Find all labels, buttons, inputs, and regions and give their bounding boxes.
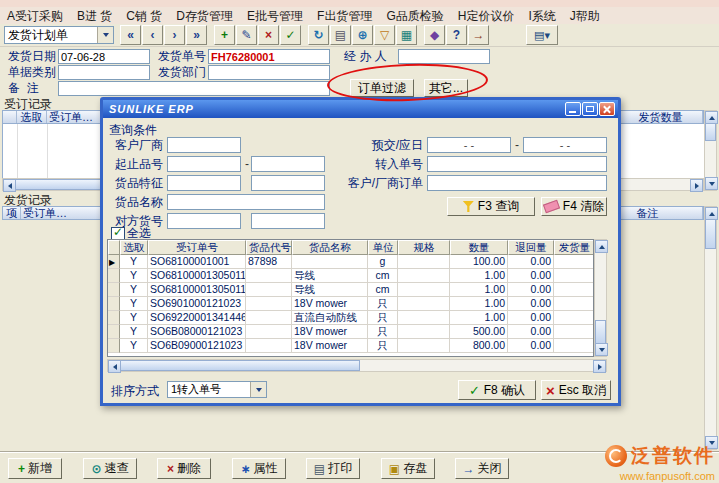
first-record-button[interactable]: « bbox=[120, 25, 141, 45]
chevron-down-icon[interactable] bbox=[97, 27, 113, 43]
properties-button[interactable]: ∗属性 bbox=[232, 458, 286, 479]
column-header[interactable]: 受订单号 bbox=[148, 240, 246, 255]
customer-order-input[interactable] bbox=[427, 175, 607, 191]
column-header-item[interactable]: 项 bbox=[3, 207, 21, 219]
their-item-no-input[interactable] bbox=[167, 213, 241, 229]
table-row[interactable]: YSO69220001341446直流自动防线只1.000.00 bbox=[108, 311, 593, 325]
table-row[interactable]: YSO6B0900012102318V mower只800.000.00 bbox=[108, 339, 593, 353]
menu-item[interactable]: J帮助 bbox=[563, 8, 607, 24]
column-header-ship-qty[interactable]: 发货数量 bbox=[619, 111, 703, 123]
scroll-right-icon[interactable] bbox=[593, 360, 606, 373]
column-header-order-no[interactable]: 受订单… bbox=[21, 207, 101, 219]
confirm-button[interactable]: F8 确认 bbox=[458, 380, 536, 400]
print-button[interactable]: ▤打印 bbox=[306, 458, 360, 479]
column-header[interactable]: 数量 bbox=[450, 240, 508, 255]
edit-record-button[interactable]: ✎ bbox=[236, 25, 257, 45]
order-filter-button[interactable]: 订单过滤 bbox=[350, 79, 414, 97]
next-record-button[interactable]: › bbox=[164, 25, 185, 45]
scroll-thumb[interactable] bbox=[120, 360, 360, 371]
ship-grid-vscrollbar[interactable] bbox=[704, 206, 717, 450]
table-row[interactable]: YSO6B0800012102318V mower只500.000.00 bbox=[108, 325, 593, 339]
exit-button[interactable]: → bbox=[468, 25, 489, 45]
column-header[interactable]: 货品代号 bbox=[246, 240, 292, 255]
minimize-icon[interactable] bbox=[565, 102, 581, 116]
menu-item[interactable]: E批号管理 bbox=[240, 8, 310, 24]
feature-input-2[interactable] bbox=[251, 175, 325, 191]
their-item-no-input-2[interactable] bbox=[251, 213, 325, 229]
menu-item[interactable]: G品质检验 bbox=[379, 8, 450, 24]
dialog-grid-vscrollbar[interactable] bbox=[594, 239, 607, 357]
search-button[interactable]: ⊕ bbox=[352, 25, 373, 45]
menu-item[interactable]: B进 货 bbox=[70, 8, 119, 24]
transfer-no-input[interactable] bbox=[427, 156, 607, 172]
delete-button[interactable]: ×删除 bbox=[157, 458, 211, 479]
column-header-select[interactable]: 选取 bbox=[17, 111, 47, 123]
prev-record-button[interactable]: ‹ bbox=[142, 25, 163, 45]
scroll-right-icon[interactable] bbox=[690, 179, 703, 192]
add-record-button[interactable]: + bbox=[214, 25, 235, 45]
scroll-down-icon[interactable] bbox=[705, 177, 718, 190]
feature-input[interactable] bbox=[167, 175, 241, 191]
table-row[interactable]: YSO6810000100187898g100.000.00 bbox=[108, 255, 593, 269]
column-header[interactable]: 退回量 bbox=[508, 240, 554, 255]
menu-item[interactable]: D存货管理 bbox=[169, 8, 240, 24]
ship-no-input[interactable] bbox=[208, 49, 330, 64]
cancel-button[interactable]: Esc 取消 bbox=[541, 380, 611, 400]
delete-record-button[interactable]: × bbox=[258, 25, 279, 45]
dialog-grid-hscrollbar[interactable] bbox=[107, 359, 607, 372]
sort-combo[interactable]: 1转入单号 bbox=[167, 381, 267, 398]
table-row[interactable]: YSO681000013050111导线cm1.000.00 bbox=[108, 269, 593, 283]
column-header[interactable]: 规格 bbox=[398, 240, 450, 255]
query-button[interactable]: F3 查询 bbox=[447, 197, 535, 216]
scroll-thumb[interactable] bbox=[705, 219, 716, 249]
last-record-button[interactable]: » bbox=[186, 25, 207, 45]
column-header[interactable]: 货品名称 bbox=[292, 240, 368, 255]
menu-item[interactable]: I系统 bbox=[521, 8, 562, 24]
table-row[interactable]: YSO681000013050111导线cm1.000.00 bbox=[108, 283, 593, 297]
ship-dept-input[interactable] bbox=[208, 65, 330, 80]
chevron-down-icon[interactable] bbox=[250, 382, 266, 397]
table-row[interactable]: YSO690100012102318V mower只1.000.00 bbox=[108, 297, 593, 311]
refresh-button[interactable]: ↻ bbox=[308, 25, 329, 45]
due-from-input[interactable] bbox=[427, 137, 511, 153]
ship-date-input[interactable] bbox=[58, 49, 150, 64]
remark-input[interactable] bbox=[58, 81, 330, 96]
menu-item[interactable]: F出货管理 bbox=[310, 8, 379, 24]
save-record-button[interactable]: ✓ bbox=[280, 25, 301, 45]
item-name-input[interactable] bbox=[167, 194, 325, 210]
column-header[interactable]: 选取 bbox=[120, 240, 148, 255]
menu-item[interactable]: A受订采购 bbox=[0, 8, 70, 24]
new-button[interactable]: +新增 bbox=[8, 458, 62, 479]
print-button[interactable]: ▤ bbox=[330, 25, 351, 45]
scroll-down-icon[interactable] bbox=[595, 343, 608, 356]
close-icon[interactable] bbox=[599, 102, 615, 116]
customer-input[interactable] bbox=[167, 137, 241, 153]
quick-search-button[interactable]: ⊙速查 bbox=[83, 458, 137, 479]
column-header[interactable]: 单位 bbox=[368, 240, 398, 255]
preview-button[interactable]: ◆ bbox=[424, 25, 445, 45]
scroll-up-icon[interactable] bbox=[595, 240, 608, 253]
filter-button[interactable]: ▽ bbox=[374, 25, 395, 45]
doc-category-input[interactable] bbox=[58, 65, 150, 80]
scroll-thumb[interactable] bbox=[595, 320, 606, 344]
dialog-titlebar[interactable]: SUNLIKE ERP bbox=[103, 100, 618, 118]
column-header[interactable]: 发货量 bbox=[554, 240, 594, 255]
dialog-grid[interactable]: 选取受订单号货品代号货品名称单位规格数量退回量发货量 YSO6810000100… bbox=[107, 239, 594, 357]
item-to-input[interactable] bbox=[251, 156, 325, 172]
close-button[interactable]: →关闭 bbox=[455, 458, 509, 479]
help-button[interactable]: ? bbox=[446, 25, 467, 45]
doc-type-combo[interactable]: 发货计划单 bbox=[4, 26, 114, 44]
item-from-input[interactable] bbox=[167, 156, 241, 172]
maximize-icon[interactable] bbox=[582, 102, 598, 116]
order-grid-vscrollbar[interactable] bbox=[704, 110, 717, 191]
menu-item[interactable]: H定价议价 bbox=[451, 8, 522, 24]
handler-input[interactable] bbox=[398, 49, 490, 64]
other-button[interactable]: 其它... bbox=[424, 79, 468, 97]
menu-item[interactable]: C销 货 bbox=[119, 8, 169, 24]
save-button[interactable]: ▣存盘 bbox=[381, 458, 435, 479]
clear-button[interactable]: F4 清除 bbox=[541, 197, 607, 216]
due-to-input[interactable] bbox=[523, 137, 607, 153]
toolbar-more-button[interactable]: ▤▾ bbox=[526, 25, 558, 45]
scroll-thumb[interactable] bbox=[705, 123, 716, 141]
grid-view-button[interactable]: ▦ bbox=[396, 25, 417, 45]
